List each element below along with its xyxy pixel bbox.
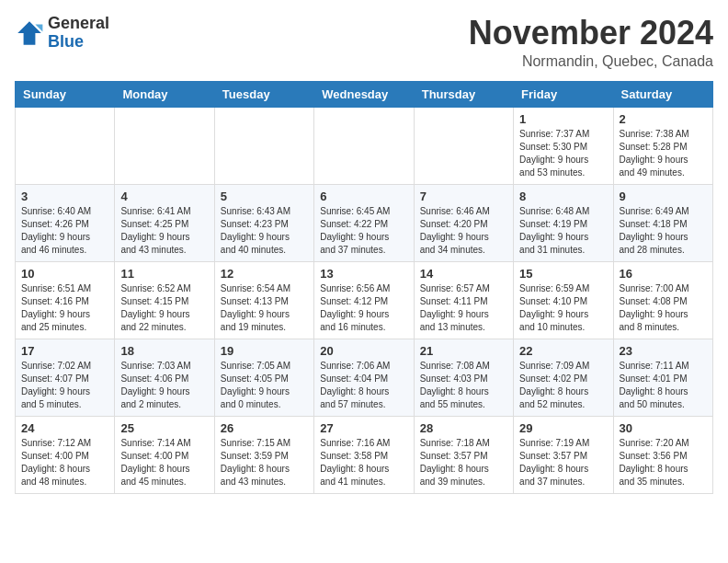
day-info: Sunrise: 6:46 AM Sunset: 4:20 PM Dayligh… [420, 205, 507, 257]
day-info: Sunrise: 6:54 AM Sunset: 4:13 PM Dayligh… [221, 282, 308, 334]
day-info: Sunrise: 6:57 AM Sunset: 4:11 PM Dayligh… [420, 282, 507, 334]
day-number: 1 [519, 112, 607, 126]
day-number: 8 [519, 190, 607, 203]
weekday-header-wednesday: Wednesday [314, 81, 414, 107]
day-number: 23 [620, 344, 707, 358]
day-number: 30 [620, 421, 707, 435]
calendar-cell: 11Sunrise: 6:52 AM Sunset: 4:15 PM Dayli… [115, 261, 214, 339]
calendar-cell: 23Sunrise: 7:11 AM Sunset: 4:01 PM Dayli… [613, 339, 712, 416]
day-info: Sunrise: 7:03 AM Sunset: 4:06 PM Dayligh… [120, 360, 208, 411]
day-number: 3 [21, 190, 108, 203]
day-number: 29 [519, 421, 607, 435]
calendar-cell [314, 107, 414, 184]
calendar-cell: 10Sunrise: 6:51 AM Sunset: 4:16 PM Dayli… [16, 261, 115, 339]
calendar-cell: 5Sunrise: 6:43 AM Sunset: 4:23 PM Daylig… [214, 184, 313, 261]
day-number: 19 [221, 344, 308, 358]
day-info: Sunrise: 7:08 AM Sunset: 4:03 PM Dayligh… [420, 360, 507, 411]
day-info: Sunrise: 6:40 AM Sunset: 4:26 PM Dayligh… [21, 205, 108, 257]
day-info: Sunrise: 7:18 AM Sunset: 3:57 PM Dayligh… [420, 437, 507, 488]
day-number: 15 [519, 267, 607, 281]
calendar-cell: 28Sunrise: 7:18 AM Sunset: 3:57 PM Dayli… [414, 416, 513, 493]
weekday-header-row: SundayMondayTuesdayWednesdayThursdayFrid… [16, 81, 713, 107]
calendar-week-3: 10Sunrise: 6:51 AM Sunset: 4:16 PM Dayli… [16, 261, 713, 339]
day-number: 10 [21, 267, 108, 281]
day-number: 4 [120, 190, 208, 203]
day-info: Sunrise: 6:43 AM Sunset: 4:23 PM Dayligh… [221, 205, 308, 257]
day-number: 17 [21, 344, 108, 358]
calendar-week-1: 1Sunrise: 7:37 AM Sunset: 5:30 PM Daylig… [16, 107, 713, 184]
day-number: 11 [120, 267, 208, 281]
logo-general: General [48, 15, 109, 33]
day-info: Sunrise: 7:19 AM Sunset: 3:57 PM Dayligh… [519, 437, 607, 488]
calendar-cell: 14Sunrise: 6:57 AM Sunset: 4:11 PM Dayli… [414, 261, 513, 339]
calendar-cell [214, 107, 313, 184]
calendar-cell: 19Sunrise: 7:05 AM Sunset: 4:05 PM Dayli… [214, 339, 313, 416]
calendar-cell: 26Sunrise: 7:15 AM Sunset: 3:59 PM Dayli… [214, 416, 313, 493]
month-title: November 2024 [469, 15, 713, 52]
day-number: 21 [420, 344, 507, 358]
day-info: Sunrise: 6:45 AM Sunset: 4:22 PM Dayligh… [320, 205, 407, 257]
logo: General Blue [15, 15, 109, 52]
day-number: 9 [620, 190, 707, 203]
day-number: 20 [320, 344, 407, 358]
calendar-cell: 16Sunrise: 7:00 AM Sunset: 4:08 PM Dayli… [613, 261, 712, 339]
calendar-cell: 12Sunrise: 6:54 AM Sunset: 4:13 PM Dayli… [214, 261, 313, 339]
calendar-cell: 3Sunrise: 6:40 AM Sunset: 4:26 PM Daylig… [16, 184, 115, 261]
calendar-cell: 2Sunrise: 7:38 AM Sunset: 5:28 PM Daylig… [613, 107, 712, 184]
calendar-cell: 20Sunrise: 7:06 AM Sunset: 4:04 PM Dayli… [314, 339, 414, 416]
calendar-cell: 9Sunrise: 6:49 AM Sunset: 4:18 PM Daylig… [613, 184, 712, 261]
calendar-cell: 30Sunrise: 7:20 AM Sunset: 3:56 PM Dayli… [613, 416, 712, 493]
day-number: 14 [420, 267, 507, 281]
calendar-cell: 27Sunrise: 7:16 AM Sunset: 3:58 PM Dayli… [314, 416, 414, 493]
page-header: General Blue November 2024 Normandin, Qu… [15, 15, 713, 70]
weekday-header-saturday: Saturday [613, 81, 712, 107]
logo-text: General Blue [48, 15, 109, 52]
day-info: Sunrise: 7:11 AM Sunset: 4:01 PM Dayligh… [620, 360, 707, 411]
day-info: Sunrise: 6:41 AM Sunset: 4:25 PM Dayligh… [120, 205, 208, 257]
calendar-cell [16, 107, 115, 184]
day-number: 28 [420, 421, 507, 435]
logo-blue: Blue [48, 33, 109, 52]
weekday-header-monday: Monday [115, 81, 214, 107]
day-info: Sunrise: 7:16 AM Sunset: 3:58 PM Dayligh… [320, 437, 407, 488]
day-info: Sunrise: 7:14 AM Sunset: 4:00 PM Dayligh… [120, 437, 208, 488]
day-info: Sunrise: 7:38 AM Sunset: 5:28 PM Dayligh… [620, 128, 707, 179]
day-number: 16 [620, 267, 707, 281]
day-info: Sunrise: 7:00 AM Sunset: 4:08 PM Dayligh… [620, 282, 707, 334]
day-number: 27 [320, 421, 407, 435]
day-info: Sunrise: 7:06 AM Sunset: 4:04 PM Dayligh… [320, 360, 407, 411]
calendar-cell: 22Sunrise: 7:09 AM Sunset: 4:02 PM Dayli… [514, 339, 613, 416]
calendar-cell: 21Sunrise: 7:08 AM Sunset: 4:03 PM Dayli… [414, 339, 513, 416]
calendar-cell: 18Sunrise: 7:03 AM Sunset: 4:06 PM Dayli… [115, 339, 214, 416]
day-info: Sunrise: 7:05 AM Sunset: 4:05 PM Dayligh… [221, 360, 308, 411]
day-info: Sunrise: 7:20 AM Sunset: 3:56 PM Dayligh… [620, 437, 707, 488]
day-info: Sunrise: 7:09 AM Sunset: 4:02 PM Dayligh… [519, 360, 607, 411]
location-subtitle: Normandin, Quebec, Canada [469, 53, 713, 70]
calendar-table: SundayMondayTuesdayWednesdayThursdayFrid… [15, 81, 713, 494]
day-number: 6 [320, 190, 407, 203]
day-number: 22 [519, 344, 607, 358]
day-info: Sunrise: 6:51 AM Sunset: 4:16 PM Dayligh… [21, 282, 108, 334]
day-info: Sunrise: 7:12 AM Sunset: 4:00 PM Dayligh… [21, 437, 108, 488]
calendar-cell: 7Sunrise: 6:46 AM Sunset: 4:20 PM Daylig… [414, 184, 513, 261]
calendar-cell: 13Sunrise: 6:56 AM Sunset: 4:12 PM Dayli… [314, 261, 414, 339]
logo-icon [15, 18, 44, 48]
calendar-cell: 15Sunrise: 6:59 AM Sunset: 4:10 PM Dayli… [514, 261, 613, 339]
calendar-week-5: 24Sunrise: 7:12 AM Sunset: 4:00 PM Dayli… [16, 416, 713, 493]
day-info: Sunrise: 6:52 AM Sunset: 4:15 PM Dayligh… [120, 282, 208, 334]
weekday-header-friday: Friday [514, 81, 613, 107]
day-info: Sunrise: 6:56 AM Sunset: 4:12 PM Dayligh… [320, 282, 407, 334]
weekday-header-sunday: Sunday [16, 81, 115, 107]
weekday-header-tuesday: Tuesday [214, 81, 313, 107]
day-number: 25 [120, 421, 208, 435]
day-info: Sunrise: 6:49 AM Sunset: 4:18 PM Dayligh… [620, 205, 707, 257]
day-number: 7 [420, 190, 507, 203]
calendar-cell: 1Sunrise: 7:37 AM Sunset: 5:30 PM Daylig… [514, 107, 613, 184]
day-info: Sunrise: 7:37 AM Sunset: 5:30 PM Dayligh… [519, 128, 607, 179]
day-info: Sunrise: 7:02 AM Sunset: 4:07 PM Dayligh… [21, 360, 108, 411]
day-number: 13 [320, 267, 407, 281]
calendar-cell [115, 107, 214, 184]
calendar-cell [414, 107, 513, 184]
calendar-week-2: 3Sunrise: 6:40 AM Sunset: 4:26 PM Daylig… [16, 184, 713, 261]
calendar-cell: 29Sunrise: 7:19 AM Sunset: 3:57 PM Dayli… [514, 416, 613, 493]
